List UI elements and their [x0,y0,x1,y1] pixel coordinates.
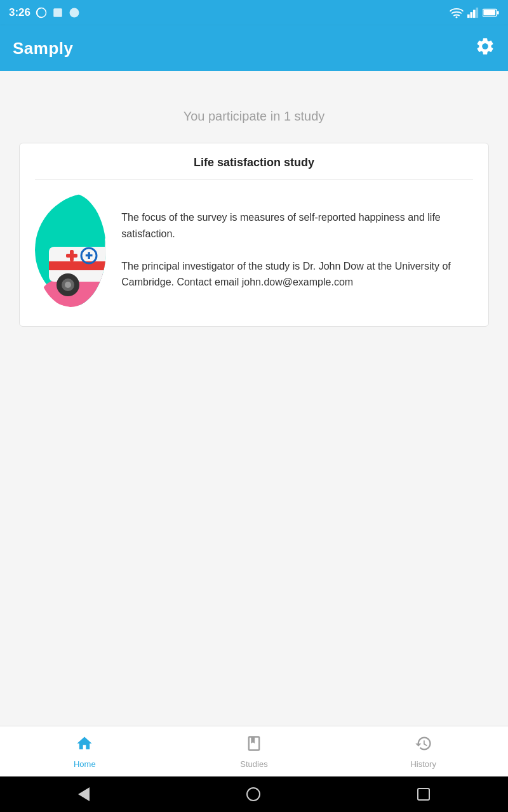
svg-rect-10 [497,11,499,15]
svg-rect-6 [473,10,476,18]
svg-rect-9 [483,10,495,15]
svg-rect-4 [467,15,470,18]
svg-point-3 [456,16,458,18]
study-card[interactable]: Life satisfaction study [19,143,489,327]
studies-nav-label: Studies [240,759,267,769]
svg-rect-1 [53,8,62,17]
back-button[interactable] [78,787,90,801]
bottom-nav: Home Studies History [0,726,508,776]
system-nav [0,776,508,812]
nav-item-home[interactable]: Home [0,726,170,776]
settings-icon[interactable] [475,36,495,61]
status-time: 3:26 [9,6,30,19]
app-icon-2 [52,7,64,18]
history-nav-icon [415,735,432,757]
recent-button[interactable] [417,788,430,801]
study-avatar: ✚ [35,193,106,307]
study-title: Life satisfaction study [35,156,473,180]
svg-rect-18 [66,254,77,258]
app-icon-3 [69,7,80,18]
home-nav-icon [76,735,93,757]
svg-rect-14 [49,261,106,270]
svg-point-23 [65,282,71,288]
app-title: Samply [13,39,74,58]
signal-icon [467,7,479,18]
status-left: 3:26 [9,6,80,19]
history-nav-label: History [410,759,436,769]
nav-item-studies[interactable]: Studies [170,726,339,776]
svg-text:✚: ✚ [85,251,93,261]
home-nav-label: Home [74,759,96,769]
svg-rect-15 [105,236,106,263]
home-button[interactable] [246,787,260,801]
svg-point-2 [70,8,79,18]
svg-rect-5 [471,12,473,18]
status-bar: 3:26 [0,0,508,25]
battery-icon [483,8,499,17]
app-bar: Samply [0,25,508,71]
wifi-icon [450,7,464,18]
app-icon-1 [36,7,47,18]
studies-nav-icon [245,735,263,757]
status-right [450,7,499,18]
study-body: ✚ The focus of the survey is measures of… [35,193,473,307]
main-content: You participate in 1 study Life satisfac… [0,71,508,726]
participate-text: You participate in 1 study [184,109,325,124]
study-description: The focus of the survey is measures of s… [121,209,473,291]
nav-item-history[interactable]: History [338,726,508,776]
svg-rect-7 [476,8,479,18]
